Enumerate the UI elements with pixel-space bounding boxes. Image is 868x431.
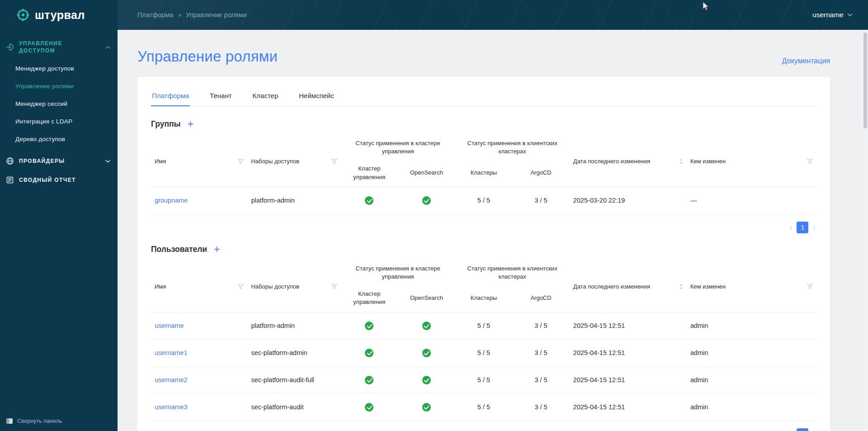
col-group-mgmt-status: Статус применения в кластере управления xyxy=(341,262,455,287)
row-opensearch-status xyxy=(398,339,455,366)
filter-icon[interactable] xyxy=(331,159,337,164)
row-opensearch-status xyxy=(398,393,455,421)
row-name-cell: username1 xyxy=(151,339,247,366)
user-menu[interactable]: username xyxy=(812,11,853,19)
sort-icon[interactable] xyxy=(679,158,683,165)
table-row: username1sec-platform-admin5 / 53 / 5202… xyxy=(151,339,816,366)
status-ok-check-icon xyxy=(422,322,431,330)
row-clusters-count: 5 / 5 xyxy=(455,187,513,214)
helm-logo-icon xyxy=(16,8,30,22)
row-last-modified: 2025-04-15 12:51 xyxy=(570,393,687,421)
status-ok-check-icon xyxy=(365,196,373,205)
next-page-icon[interactable]: › xyxy=(812,223,816,232)
users-section-title: Пользователи xyxy=(151,245,207,254)
tab-platform[interactable]: Платформа xyxy=(151,85,190,106)
col-header-clusters: Кластеры xyxy=(455,162,513,187)
col-group-mgmt-status: Статус применения в кластере управления xyxy=(341,137,455,162)
users-table: Имя Наборы доступов Статус применения в … xyxy=(151,262,816,421)
breadcrumb-platform[interactable]: Платформа xyxy=(137,11,173,19)
row-last-modified: 2025-04-15 12:51 xyxy=(570,366,687,393)
tab-cluster[interactable]: Кластер xyxy=(252,85,279,106)
tab-tenant[interactable]: Тенант xyxy=(209,85,232,106)
filter-icon[interactable] xyxy=(807,159,813,164)
row-mgmt-cluster-status xyxy=(341,366,398,393)
col-header-argocd: ArgoCD xyxy=(512,162,570,187)
sidebar-section-providers[interactable]: ПРОВАЙДЕРЫ xyxy=(0,152,118,171)
sidebar-item-role-management[interactable]: Управление ролями xyxy=(0,77,118,95)
collapse-panel-icon xyxy=(6,417,13,425)
row-clusters-count: 5 / 5 xyxy=(455,366,513,393)
add-group-button[interactable]: + xyxy=(188,119,193,129)
sidebar-menu: УПРАВЛЕНИЕ ДОСТУПОМ Менеджер доступов Уп… xyxy=(0,34,118,189)
next-page-icon[interactable]: › xyxy=(812,430,816,431)
logo-text: штурвал xyxy=(35,9,85,22)
scrollbar-thumb[interactable] xyxy=(863,33,867,128)
add-user-button[interactable]: + xyxy=(214,244,220,255)
row-modified-by: admin xyxy=(687,366,816,393)
col-header-opensearch: OpenSearch xyxy=(398,162,455,187)
col-group-client-status: Статус применения в клиентских кластерах xyxy=(455,137,570,162)
breadcrumb: Платформа > Управление ролями xyxy=(137,11,247,19)
row-name-link[interactable]: username1 xyxy=(155,349,188,356)
row-access-set: sec-platform-audit xyxy=(247,393,340,421)
app-logo[interactable]: штурвал xyxy=(0,0,118,30)
sidebar-item-ldap-integration[interactable]: Интеграция с LDAP xyxy=(0,113,118,130)
users-pagination: ‹ 1 › xyxy=(151,428,816,431)
sidebar-section-summary-report[interactable]: СВОДНЫЙ ОТЧЕТ xyxy=(0,171,118,189)
filter-icon[interactable] xyxy=(331,284,337,289)
username-label: username xyxy=(812,11,844,19)
sidebar-section-access-management[interactable]: УПРАВЛЕНИЕ ДОСТУПОМ xyxy=(0,34,118,60)
row-modified-by: — xyxy=(687,187,816,214)
collapse-panel-button[interactable]: Свернуть панель xyxy=(6,417,62,425)
sidebar-item-session-manager[interactable]: Менеджер сессий xyxy=(0,95,118,113)
row-mgmt-cluster-status xyxy=(341,312,398,339)
scrollbar[interactable] xyxy=(863,30,868,431)
documentation-link[interactable]: Документация xyxy=(782,57,830,65)
col-header-last-modified: Дата последнего изменения xyxy=(573,283,650,291)
row-opensearch-status xyxy=(398,312,455,339)
col-header-modified-by: Кем изменен xyxy=(690,283,726,291)
col-header-name: Имя xyxy=(155,283,166,291)
row-modified-by: admin xyxy=(687,312,816,339)
access-management-submenu: Менеджер доступов Управление ролями Мене… xyxy=(0,60,118,148)
col-header-modified-by: Кем изменен xyxy=(690,157,726,166)
prev-page-icon[interactable]: ‹ xyxy=(789,223,793,232)
chevron-up-icon xyxy=(105,46,110,49)
row-clusters-count: 5 / 5 xyxy=(455,339,513,366)
col-header-mgmt-cluster: Кластер управления xyxy=(341,162,398,187)
row-name-link[interactable]: username3 xyxy=(155,403,188,411)
page-number-button[interactable]: 1 xyxy=(797,222,808,233)
main-content: Управление ролями Документация Платформа… xyxy=(118,0,868,431)
sort-icon[interactable] xyxy=(679,284,683,290)
col-header-last-modified: Дата последнего изменения xyxy=(573,157,650,166)
breadcrumb-separator-icon: > xyxy=(178,12,181,19)
row-mgmt-cluster-status xyxy=(341,187,398,214)
topbar: Платформа > Управление ролями username xyxy=(118,0,868,30)
filter-icon[interactable] xyxy=(238,284,244,289)
row-name-link[interactable]: username xyxy=(155,322,184,329)
globe-icon xyxy=(6,157,14,165)
prev-page-icon[interactable]: ‹ xyxy=(789,430,793,431)
row-argocd-count: 3 / 5 xyxy=(512,339,570,366)
sidebar-item-access-tree[interactable]: Дерево доступов xyxy=(0,130,118,148)
filter-icon[interactable] xyxy=(238,159,244,164)
status-ok-check-icon xyxy=(365,322,373,330)
status-ok-check-icon xyxy=(365,376,373,384)
chevron-down-icon xyxy=(105,160,110,163)
col-header-mgmt-cluster: Кластер управления xyxy=(341,287,398,312)
row-argocd-count: 3 / 5 xyxy=(512,366,570,393)
sidebar-item-access-manager[interactable]: Менеджер доступов xyxy=(0,60,118,77)
row-name-cell: username xyxy=(151,312,247,339)
tab-namespace[interactable]: Неймспейс xyxy=(298,85,335,106)
table-row: usernameplatform-admin5 / 53 / 52025-04-… xyxy=(151,312,816,339)
login-circle-icon xyxy=(6,43,14,51)
section-label: ПРОВАЙДЕРЫ xyxy=(19,157,65,165)
row-name-link[interactable]: username2 xyxy=(155,376,188,384)
status-ok-check-icon xyxy=(422,376,431,384)
row-name-link[interactable]: groupname xyxy=(155,197,188,204)
col-header-access-sets: Наборы доступов xyxy=(251,283,299,291)
row-clusters-count: 5 / 5 xyxy=(455,393,513,421)
row-clusters-count: 5 / 5 xyxy=(455,312,513,339)
filter-icon[interactable] xyxy=(807,284,813,289)
page-number-button[interactable]: 1 xyxy=(797,428,808,431)
